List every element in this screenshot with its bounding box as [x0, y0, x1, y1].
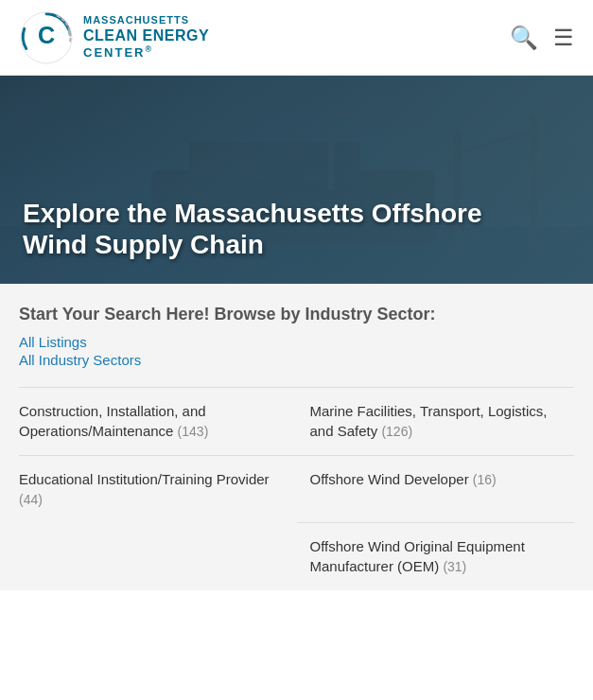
main-content: Start Your Search Here! Browse by Indust…: [0, 284, 593, 590]
org-name-line1: MASSACHUSETTS: [83, 14, 209, 26]
all-listings-link[interactable]: All Listings: [19, 334, 574, 350]
hero-title: Explore the Massachusetts Offshore Wind …: [23, 198, 515, 261]
logo-area: C MASSACHUSETTS CLEAN ENERGY CENTER®: [19, 10, 209, 65]
search-icon[interactable]: 🔍: [510, 25, 538, 51]
sector-item-offshore-oem[interactable]: Offshore Wind Original Equipment Manufac…: [297, 522, 575, 590]
org-name: MASSACHUSETTS CLEAN ENERGY CENTER®: [83, 14, 209, 61]
header-actions: 🔍 ☰: [510, 25, 574, 51]
all-industry-sectors-link[interactable]: All Industry Sectors: [19, 352, 574, 368]
org-name-line3: CENTER®: [83, 44, 209, 61]
header: C MASSACHUSETTS CLEAN ENERGY CENTER® 🔍 ☰: [0, 0, 593, 76]
menu-icon[interactable]: ☰: [553, 25, 574, 51]
sector-item-construction[interactable]: Construction, Installation, and Operatio…: [19, 387, 297, 455]
sector-item-educational[interactable]: Educational Institution/Training Provide…: [19, 455, 297, 523]
sectors-grid: Construction, Installation, and Operatio…: [19, 387, 574, 590]
browse-heading: Start Your Search Here! Browse by Indust…: [19, 303, 574, 326]
sector-item-marine[interactable]: Marine Facilities, Transport, Logistics,…: [297, 387, 575, 455]
hero-section: Explore the Massachusetts Offshore Wind …: [0, 76, 593, 284]
org-logo[interactable]: C: [19, 10, 74, 65]
browse-links: All Listings All Industry Sectors: [19, 334, 574, 368]
sector-item-offshore-developer[interactable]: Offshore Wind Developer (16): [297, 455, 575, 523]
svg-text:C: C: [38, 21, 55, 47]
org-name-line2: CLEAN ENERGY: [83, 26, 209, 44]
sectors-container: Construction, Installation, and Operatio…: [19, 387, 574, 590]
